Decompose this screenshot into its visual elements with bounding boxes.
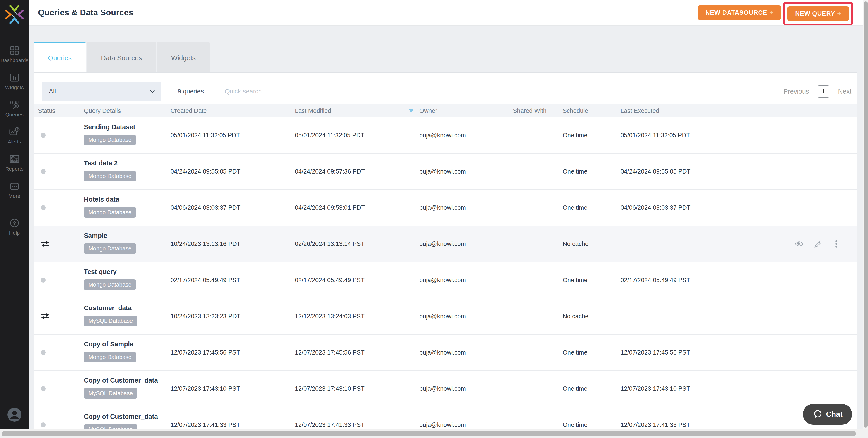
reports-icon	[9, 154, 20, 164]
table-row[interactable]: Customer_data MySQL Database 10/24/2023 …	[34, 298, 857, 334]
table-row[interactable]: Sample Mongo Database 10/24/2023 13:13:1…	[34, 226, 857, 262]
column-header-schedule[interactable]: Schedule	[563, 108, 621, 115]
svg-text:?: ?	[13, 221, 16, 226]
status-cell	[38, 226, 84, 262]
sidebar-item-label: Reports	[5, 166, 24, 172]
datasource-badge: MySQL Database	[84, 388, 137, 399]
new-query-button[interactable]: NEW QUERY+	[787, 6, 849, 21]
column-header-owner[interactable]: Owner	[419, 108, 513, 115]
column-header-last-executed[interactable]: Last Executed	[621, 108, 747, 115]
preview-eye-icon[interactable]	[795, 240, 804, 248]
sidebar-item-alerts[interactable]: Alerts	[8, 127, 21, 145]
table-body: Sending Dataset Mongo Database 05/01/202…	[34, 117, 857, 430]
sidebar-item-dashboards[interactable]: Dashboards	[0, 45, 29, 63]
query-name[interactable]: Copy of Customer_data	[84, 413, 158, 420]
query-details-cell: Customer_data MySQL Database	[84, 298, 170, 334]
sidebar-item-label: Dashboards	[0, 57, 29, 63]
tab-widgets[interactable]: Widgets	[157, 42, 210, 72]
shared-with-cell	[513, 262, 563, 298]
shared-with-cell	[513, 298, 563, 334]
status-dot-icon	[41, 278, 46, 283]
query-name[interactable]: Copy of Sample	[84, 341, 133, 348]
owner-cell: puja@knowi.com	[419, 154, 513, 189]
query-name[interactable]: Sample	[84, 232, 107, 239]
sidebar-item-queries[interactable]: Queries	[5, 99, 24, 118]
sidebar-item-more[interactable]: More	[9, 181, 20, 199]
kebab-menu-icon[interactable]	[832, 240, 841, 248]
tab-queries[interactable]: Queries	[34, 42, 86, 72]
column-header-status[interactable]: Status	[38, 108, 84, 115]
chat-bubble-icon	[812, 410, 822, 419]
status-cell	[38, 190, 84, 226]
queries-panel: All 9 queries Previous 1 Next Status Que…	[34, 72, 857, 430]
status-cell	[38, 262, 84, 298]
column-header-shared-with[interactable]: Shared With	[513, 108, 563, 115]
last-modified-cell: 12/07/2023 17:41:33 PST	[295, 407, 419, 430]
filter-dropdown[interactable]: All	[41, 82, 161, 101]
last-modified-cell: 04/24/2024 09:57:36 PDT	[295, 154, 419, 189]
query-name[interactable]: Test data 2	[84, 159, 118, 167]
dashboards-icon	[9, 45, 20, 56]
new-datasource-button[interactable]: NEW DATASOURCE+	[698, 5, 781, 20]
table-row[interactable]: Sending Dataset Mongo Database 05/01/202…	[34, 117, 857, 154]
horizontal-scrollbar[interactable]	[0, 430, 868, 438]
quick-search-input[interactable]	[223, 82, 344, 101]
query-name[interactable]: Sending Dataset	[84, 123, 135, 131]
previous-page-button[interactable]: Previous	[784, 88, 809, 95]
datasource-badge: Mongo Database	[84, 135, 136, 145]
schedule-cell: One time	[563, 154, 621, 189]
shared-with-cell	[513, 190, 563, 226]
edit-pencil-icon[interactable]	[813, 240, 822, 248]
next-page-button[interactable]: Next	[838, 88, 851, 95]
datasource-badge: Mongo Database	[84, 243, 136, 254]
sort-desc-icon[interactable]	[409, 110, 413, 112]
horizontal-scrollbar-thumb[interactable]	[2, 431, 856, 436]
column-header-created-date[interactable]: Created Date	[170, 108, 295, 115]
sidebar-item-reports[interactable]: Reports	[5, 154, 24, 172]
owner-cell: puja@knowi.com	[419, 298, 513, 334]
sidebar-item-help[interactable]: ? Help	[9, 218, 20, 236]
status-cell	[38, 154, 84, 189]
shared-with-cell	[513, 371, 563, 407]
table-row[interactable]: Test data 2 Mongo Database 04/24/2024 09…	[34, 154, 857, 190]
query-details-cell: Hotels data Mongo Database	[84, 190, 170, 226]
created-date-cell: 12/07/2023 17:43:10 PST	[170, 371, 295, 407]
queries-icon	[9, 99, 20, 110]
status-dot-icon	[41, 350, 46, 355]
vertical-scrollbar-thumb[interactable]	[864, 1, 868, 428]
status-cell	[38, 298, 84, 334]
table-row[interactable]: Copy of Customer_data MySQL Database 12/…	[34, 371, 857, 407]
last-executed-cell	[621, 298, 747, 334]
last-executed-cell: 02/17/2024 05:49:49 PST	[621, 262, 747, 298]
sidebar-item-label: Widgets	[5, 85, 24, 90]
table-row[interactable]: Test query Mongo Database 02/17/2024 05:…	[34, 262, 857, 298]
schedule-cell: No cache	[563, 226, 621, 262]
table-row[interactable]: Hotels data Mongo Database 04/06/2024 03…	[34, 190, 857, 226]
tab-data-sources[interactable]: Data Sources	[87, 42, 156, 72]
vertical-scrollbar[interactable]	[864, 0, 868, 430]
query-name[interactable]: Hotels data	[84, 196, 119, 203]
column-header-query-details[interactable]: Query Details	[84, 108, 170, 115]
filter-value: All	[49, 88, 56, 95]
table-row[interactable]: Copy of Sample Mongo Database 12/07/2023…	[34, 334, 857, 371]
user-avatar[interactable]	[7, 407, 22, 422]
last-modified-cell: 12/12/2023 13:24:03 PST	[295, 298, 419, 334]
sidebar-item-widgets[interactable]: Widgets	[5, 72, 24, 90]
last-executed-cell: 12/07/2023 17:41:33 PST	[621, 407, 747, 430]
schedule-cell: No cache	[563, 298, 621, 334]
created-date-cell: 04/06/2024 03:03:37 PDT	[170, 190, 295, 226]
query-name[interactable]: Copy of Customer_data	[84, 377, 158, 384]
chat-button[interactable]: Chat	[803, 404, 852, 425]
knowi-logo[interactable]	[4, 4, 25, 25]
widgets-icon	[9, 72, 20, 83]
last-modified-cell: 12/07/2023 17:43:10 PST	[295, 371, 419, 407]
schedule-cell: One time	[563, 190, 621, 226]
created-date-cell: 12/07/2023 17:41:33 PST	[170, 407, 295, 430]
column-header-last-modified[interactable]: Last Modified	[295, 108, 419, 115]
last-modified-cell: 02/26/2024 13:13:14 PST	[295, 226, 419, 262]
current-page-box[interactable]: 1	[817, 85, 829, 97]
table-row[interactable]: Copy of Customer_data MySQL Database 12/…	[34, 407, 857, 430]
query-name[interactable]: Test query	[84, 268, 117, 275]
query-name[interactable]: Customer_data	[84, 304, 132, 312]
last-modified-cell: 05/01/2024 11:32:05 PDT	[295, 117, 419, 153]
